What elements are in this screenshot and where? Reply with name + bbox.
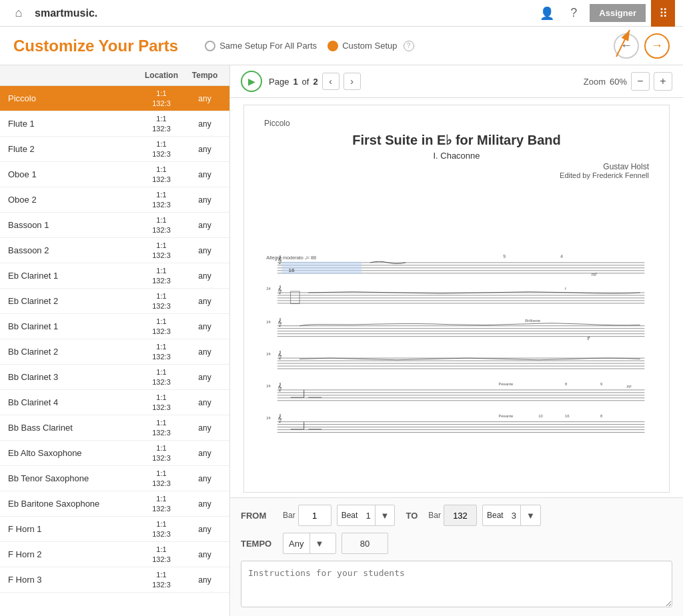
svg-text:9: 9 bbox=[503, 254, 506, 259]
instrument-name: Flute 2 bbox=[8, 144, 135, 154]
beat-to-select[interactable]: Beat 3 ▼ bbox=[482, 505, 541, 526]
instrument-tempo: any bbox=[188, 423, 221, 433]
from-to-row: FROM Bar Beat 1 ▼ TO Bar Beat 3 bbox=[241, 505, 672, 526]
instrument-location: 1:1132:3 bbox=[135, 139, 188, 159]
instrument-tempo: any bbox=[188, 449, 221, 458]
page-next-button[interactable]: › bbox=[344, 73, 361, 90]
page-total: 2 bbox=[313, 77, 317, 87]
back-button[interactable]: ← bbox=[614, 33, 639, 59]
instrument-row[interactable]: Eb Clarinet 11:1132:3any bbox=[0, 263, 229, 289]
zoom-out-button[interactable]: − bbox=[631, 72, 650, 91]
instrument-name: Bb Bass Clarinet bbox=[8, 423, 135, 433]
to-label: TO bbox=[406, 511, 418, 521]
account-button[interactable]: 👤 bbox=[536, 3, 558, 24]
bar-from-input[interactable] bbox=[298, 505, 331, 526]
instrument-name: F Horn 2 bbox=[8, 549, 135, 559]
apps-button[interactable]: ⠿ bbox=[651, 0, 675, 27]
bar-to-input[interactable] bbox=[444, 505, 477, 526]
radio-custom-label: Custom Setup bbox=[342, 41, 397, 51]
instrument-name: Bb Clarinet 2 bbox=[8, 347, 135, 357]
page-navigation: Page 1 of 2 ‹ › bbox=[269, 73, 361, 90]
instrument-name: Eb Clarinet 2 bbox=[8, 296, 135, 306]
instrument-row[interactable]: Flute 11:1132:3any bbox=[0, 111, 229, 137]
instrument-row[interactable]: Bb Clarinet 31:1132:3any bbox=[0, 365, 229, 390]
instrument-row[interactable]: F Horn 21:1132:3any bbox=[0, 542, 229, 567]
svg-text:16: 16 bbox=[288, 267, 294, 273]
svg-text:24: 24 bbox=[266, 384, 271, 388]
beat-label-from: Beat bbox=[337, 511, 362, 520]
home-button[interactable]: ⌂ bbox=[8, 3, 29, 24]
instrument-row[interactable]: Bb Clarinet 41:1132:3any bbox=[0, 390, 229, 415]
right-panel: ▶ Page 1 of 2 ‹ › Zoom 60% − + Piccolo bbox=[230, 65, 683, 616]
title-block: First Suite in E♭ for Military Band I. C… bbox=[264, 132, 649, 179]
grid-icon: ⠿ bbox=[659, 6, 668, 21]
instrument-row[interactable]: F Horn 11:1132:3any bbox=[0, 517, 229, 542]
beat-from-select[interactable]: Beat 1 ▼ bbox=[337, 505, 396, 526]
tempo-dropdown-arrow[interactable]: ▼ bbox=[309, 533, 336, 553]
tempo-row: TEMPO Any ▼ 80 bbox=[241, 533, 672, 554]
instrument-row[interactable]: Eb Baritone Saxophone1:1132:3any bbox=[0, 491, 229, 517]
instrument-row[interactable]: Bb Tenor Saxophone1:1132:3any bbox=[0, 466, 229, 491]
svg-text:mf: mf bbox=[592, 272, 598, 277]
forward-icon: → bbox=[651, 39, 663, 53]
instrument-list: Piccolo1:1132:3anyFlute 11:1132:3anyFlut… bbox=[0, 86, 229, 616]
instrument-tempo: any bbox=[188, 550, 221, 559]
instrument-location: 1:1132:3 bbox=[135, 89, 188, 108]
sheet-paper: Piccolo First Suite in E♭ for Military B… bbox=[243, 105, 670, 493]
svg-text:8: 8 bbox=[565, 382, 568, 386]
svg-text:24: 24 bbox=[266, 416, 271, 420]
instrument-tempo: any bbox=[188, 525, 221, 534]
svg-text:pp: pp bbox=[626, 384, 632, 388]
forward-button[interactable]: → bbox=[644, 33, 670, 59]
page-prev-button[interactable]: ‹ bbox=[322, 73, 339, 90]
instrument-name: Eb Clarinet 1 bbox=[8, 271, 135, 281]
instrument-row[interactable]: Bb Clarinet 11:1132:3any bbox=[0, 314, 229, 339]
radio-same-label: Same Setup For All Parts bbox=[219, 41, 317, 51]
play-button[interactable]: ▶ bbox=[241, 71, 262, 92]
instrument-tempo: any bbox=[188, 170, 221, 179]
svg-text:8: 8 bbox=[600, 414, 603, 418]
radio-custom-setup[interactable]: Custom Setup ? bbox=[327, 41, 414, 51]
help-icon: ? bbox=[570, 6, 577, 20]
header-tempo: Tempo bbox=[188, 71, 221, 80]
top-navigation: ⌂ smartmusic. 👤 ? Assigner ⠿ bbox=[0, 0, 683, 27]
instructions-input[interactable] bbox=[241, 561, 672, 607]
navigation-arrows: ← → bbox=[614, 33, 670, 59]
instrument-row[interactable]: Bb Clarinet 21:1132:3any bbox=[0, 339, 229, 365]
assigner-button[interactable]: Assigner bbox=[590, 4, 646, 22]
instrument-name: Oboe 2 bbox=[8, 195, 135, 205]
sheet-music-area[interactable]: Piccolo First Suite in E♭ for Military B… bbox=[230, 98, 683, 497]
instrument-row[interactable]: Oboe 21:1132:3any bbox=[0, 187, 229, 213]
instrument-row[interactable]: Oboe 11:1132:3any bbox=[0, 162, 229, 187]
instrument-name: Eb Baritone Saxophone bbox=[8, 499, 135, 509]
zoom-in-button[interactable]: + bbox=[654, 72, 672, 91]
instrument-row[interactable]: Bassoon 11:1132:3any bbox=[0, 213, 229, 238]
instrument-row[interactable]: Eb Alto Saxophone1:1132:3any bbox=[0, 441, 229, 466]
svg-text:ff: ff bbox=[587, 336, 590, 341]
instrument-row[interactable]: Eb Clarinet 21:1132:3any bbox=[0, 289, 229, 314]
help-button[interactable]: ? bbox=[563, 3, 584, 24]
instrument-name: Eb Alto Saxophone bbox=[8, 448, 135, 458]
instrument-row[interactable]: F Horn 31:1132:3any bbox=[0, 567, 229, 593]
sheet-editor: Edited by Frederick Fennell bbox=[264, 171, 649, 179]
instrument-row[interactable]: Flute 21:1132:3any bbox=[0, 137, 229, 162]
tempo-select[interactable]: Any ▼ bbox=[283, 533, 336, 554]
instrument-location: 1:1132:3 bbox=[135, 418, 188, 437]
svg-text:24: 24 bbox=[266, 320, 271, 324]
beat-from-value: 1 bbox=[362, 511, 374, 521]
instrument-name: Bb Clarinet 1 bbox=[8, 321, 135, 331]
instrument-name: Bb Clarinet 4 bbox=[8, 397, 135, 407]
beat-from-dropdown[interactable]: ▼ bbox=[375, 505, 395, 525]
main-content: Location Tempo Piccolo1:1132:3anyFlute 1… bbox=[0, 65, 683, 616]
instrument-row[interactable]: Bassoon 21:1132:3any bbox=[0, 238, 229, 263]
instrument-row[interactable]: Piccolo1:1132:3any bbox=[0, 86, 229, 111]
page-header: Customize Your Parts Same Setup For All … bbox=[0, 27, 683, 65]
tempo-value-label: Any bbox=[283, 539, 309, 549]
radio-same-setup[interactable]: Same Setup For All Parts bbox=[205, 41, 317, 51]
svg-text:16: 16 bbox=[565, 414, 570, 418]
instrument-row[interactable]: Bb Bass Clarinet1:1132:3any bbox=[0, 415, 229, 441]
svg-text:𝄞: 𝄞 bbox=[277, 255, 282, 265]
beat-to-dropdown[interactable]: ▼ bbox=[520, 505, 540, 525]
header-name bbox=[8, 71, 135, 80]
instrument-list-panel: Location Tempo Piccolo1:1132:3anyFlute 1… bbox=[0, 65, 230, 616]
